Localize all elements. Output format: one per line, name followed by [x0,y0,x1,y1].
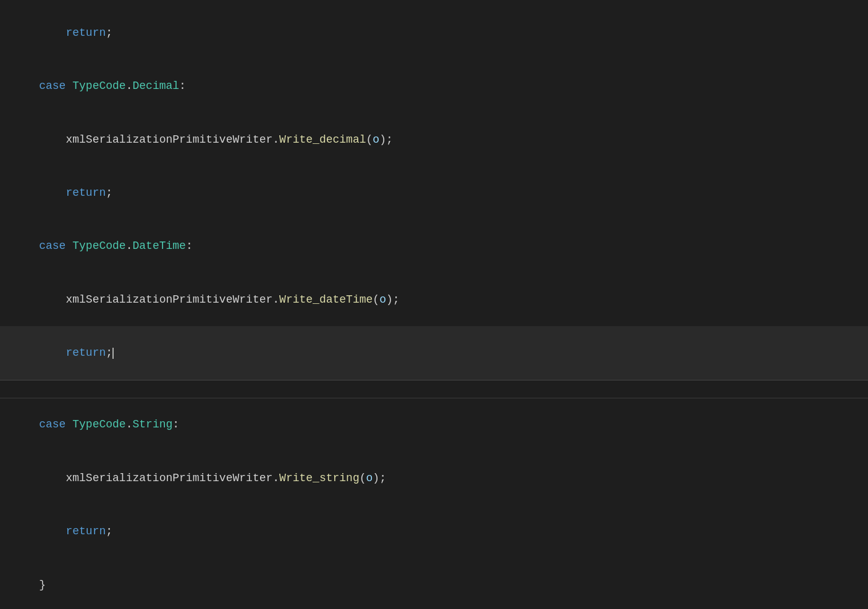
code-line: case TypeCode.DateTime: [0,220,868,273]
code-line: xmlSerializationPrimitiveWriter.Write_st… [0,452,868,505]
code-line: return; [0,505,868,558]
code-line: case TypeCode.Decimal: [0,59,868,112]
code-line: return; [0,166,868,219]
code-line: xmlSerializationPrimitiveWriter.Write_de… [0,113,868,166]
code-line-highlighted: return; [0,326,868,380]
code-line: return; [0,6,868,59]
code-line: xmlSerializationPrimitiveWriter.Write_da… [0,273,868,326]
code-editor: return; case TypeCode.Decimal: xmlSerial… [0,0,868,609]
code-line: } [0,558,868,609]
code-line: case TypeCode.String: [0,398,868,452]
text-cursor [112,348,114,359]
